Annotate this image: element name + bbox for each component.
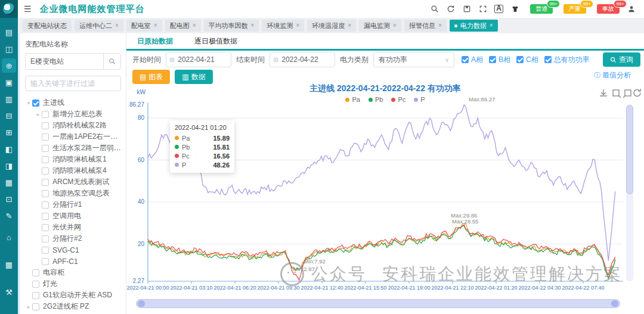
hamburger-menu-icon[interactable]: ☰ — [24, 4, 32, 14]
checkbox-icon[interactable] — [544, 56, 552, 63]
close-tab-icon[interactable]: × — [251, 20, 255, 32]
tree-checkbox[interactable] — [32, 303, 39, 310]
alarm-badge-serious[interactable]: 严重 99+ — [564, 4, 586, 14]
phase-checkbox-总有功功率[interactable]: 总有功功率 — [544, 55, 590, 65]
tree-checkbox[interactable] — [42, 133, 49, 141]
phase-checkbox-C相[interactable]: C相 — [516, 55, 538, 65]
apps-icon[interactable]: ▦ — [2, 257, 16, 272]
tree-item[interactable]: ARCM无线表测试 — [25, 176, 121, 188]
monitor-wall-icon[interactable]: ◫ — [2, 42, 16, 56]
checkbox-icon[interactable] — [516, 56, 524, 63]
tree-item[interactable]: 灯光 — [25, 278, 121, 290]
sidebar-scrollbar[interactable] — [18, 33, 20, 314]
report-edit-icon[interactable]: ✎ — [2, 209, 16, 223]
tree-item[interactable]: 电容柜 — [25, 267, 121, 278]
slider-right-handle[interactable] — [611, 300, 618, 307]
tree-item[interactable]: 生活水泵2路一层弱电房 — [25, 142, 121, 154]
tree-item[interactable]: ▸2G2进线柜 PZ — [25, 301, 121, 312]
restore-zoom-icon[interactable] — [623, 90, 631, 98]
checkbox-icon[interactable] — [462, 56, 469, 63]
statistics-icon[interactable]: ▥ — [2, 92, 16, 106]
tree-item[interactable]: 消防喷淋机械泵1 — [25, 154, 121, 165]
tree-checkbox[interactable] — [42, 190, 49, 197]
tree-checkbox[interactable] — [42, 145, 49, 152]
tree-checkbox[interactable] — [42, 167, 49, 175]
tree-checkbox[interactable] — [42, 213, 49, 220]
close-tab-icon[interactable]: × — [393, 20, 397, 32]
expand-arrow-icon[interactable]: ▾ — [25, 100, 32, 106]
start-date-input[interactable]: ⊞ 2022-04-21 — [166, 52, 231, 67]
power-line-chart[interactable]: Max:86.27Max:29.86Max:28.55Min:7.92Min:2… — [126, 83, 644, 314]
tree-checkbox[interactable] — [42, 122, 49, 129]
tree-checkbox[interactable] — [32, 100, 39, 107]
topology-icon[interactable]: ◨ — [2, 158, 16, 173]
tree-checkbox[interactable] — [32, 269, 39, 276]
font-size-icon[interactable]: A — [494, 5, 503, 13]
close-tab-icon[interactable]: × — [490, 20, 493, 32]
tree-item[interactable]: 消防栓机械泵2路 — [25, 120, 121, 131]
zoom-select-icon[interactable] — [613, 90, 621, 98]
tools-icon[interactable]: ⚒ — [2, 285, 16, 299]
assets-icon[interactable]: ⊟ — [2, 108, 16, 123]
tab-daily-raw-data[interactable]: 日原始数据 — [126, 33, 184, 49]
tree-item[interactable]: ▸新增分立柜总表 — [25, 108, 121, 120]
tree-checkbox[interactable] — [32, 281, 39, 288]
tree-checkbox[interactable] — [42, 201, 49, 209]
tree-checkbox[interactable] — [42, 224, 49, 231]
tree-item[interactable]: G1软启动开关柜 ASD — [25, 290, 121, 301]
tree-checkbox[interactable] — [42, 258, 49, 265]
power-category-select[interactable]: 有功功率 ∨ — [373, 52, 454, 67]
energy-portal-icon[interactable]: ⊕ — [2, 58, 16, 73]
tree-item[interactable]: 光伏并网 — [25, 222, 121, 233]
home-icon[interactable]: ⌂ — [2, 230, 16, 244]
phase-checkbox-A相[interactable]: A相 — [462, 55, 483, 65]
expand-arrow-icon[interactable]: ▸ — [25, 304, 32, 310]
chart-refresh-icon[interactable] — [634, 89, 640, 96]
close-tab-icon[interactable]: × — [296, 20, 299, 32]
vertical-datazoom-slider[interactable] — [626, 105, 633, 281]
save-icon[interactable] — [462, 5, 471, 14]
workspace-tab-报警信息[interactable]: 报警信息× — [404, 20, 447, 32]
search-icon[interactable] — [430, 5, 439, 14]
close-tab-icon[interactable]: × — [193, 20, 196, 32]
operation-icon[interactable]: ◧ — [2, 142, 16, 156]
chart-view-button[interactable]: ▤ 图表 — [132, 70, 170, 84]
tab-daily-extreme-data[interactable]: 逐日极值数据 — [184, 33, 248, 49]
workspace-tab-环境监测[interactable]: 环境监测× — [262, 20, 304, 32]
workspace-tab-环境温湿度[interactable]: 环境温湿度× — [307, 20, 356, 32]
tree-item[interactable]: 分隔行#2 — [25, 233, 121, 244]
horizontal-datazoom-slider[interactable] — [136, 299, 620, 308]
tree-item[interactable]: 分隔行#1 — [25, 199, 121, 210]
download-image-icon[interactable] — [600, 89, 607, 96]
tree-item[interactable]: ▾主进线 — [25, 97, 121, 108]
end-date-input[interactable]: ⊞ 2022-04-22 — [270, 52, 335, 67]
alarm-badge-accident[interactable]: 事故 99+ — [597, 4, 620, 14]
tree-filter-input[interactable] — [25, 76, 121, 91]
tree-checkbox[interactable] — [42, 179, 49, 186]
close-tab-icon[interactable]: × — [438, 20, 442, 32]
tree-checkbox[interactable] — [42, 247, 49, 254]
data-view-button[interactable]: ▥ 数据 — [175, 70, 212, 84]
company-logo[interactable] — [0, 0, 18, 18]
fullscreen-icon[interactable] — [478, 5, 487, 14]
alarm-badge-normal[interactable]: 普通 99+ — [530, 4, 553, 14]
tree-item[interactable]: 地源热泵空调总表 — [25, 188, 121, 199]
tree-item[interactable]: SVG-C1 — [25, 244, 121, 256]
workspace-tab-平均功率因数[interactable]: 平均功率因数× — [204, 20, 259, 32]
workspace-tab-运维中心二[interactable]: 运维中心二× — [75, 20, 123, 32]
workspace-tab-漏电监测[interactable]: 漏电监测× — [359, 20, 401, 32]
dashboard-icon[interactable]: ▤ — [2, 25, 16, 39]
tree-item[interactable]: 消防喷淋机械泵4 — [25, 165, 121, 176]
tree-checkbox[interactable] — [32, 292, 39, 299]
close-tab-icon[interactable]: × — [154, 20, 157, 32]
workspace-tab-配电图[interactable]: 配电图× — [165, 20, 201, 32]
tree-item[interactable]: APF-C1 — [25, 256, 121, 267]
refresh-icon[interactable] — [446, 5, 455, 14]
user-avatar-icon[interactable] — [627, 5, 636, 14]
archive-icon[interactable]: ▣ — [2, 75, 16, 89]
station-input[interactable] — [26, 57, 103, 66]
theme-shirt-icon[interactable] — [510, 5, 519, 14]
phase-checkbox-B相[interactable]: B相 — [489, 55, 510, 65]
tree-checkbox[interactable] — [42, 235, 49, 243]
close-tab-icon[interactable]: × — [115, 20, 119, 32]
